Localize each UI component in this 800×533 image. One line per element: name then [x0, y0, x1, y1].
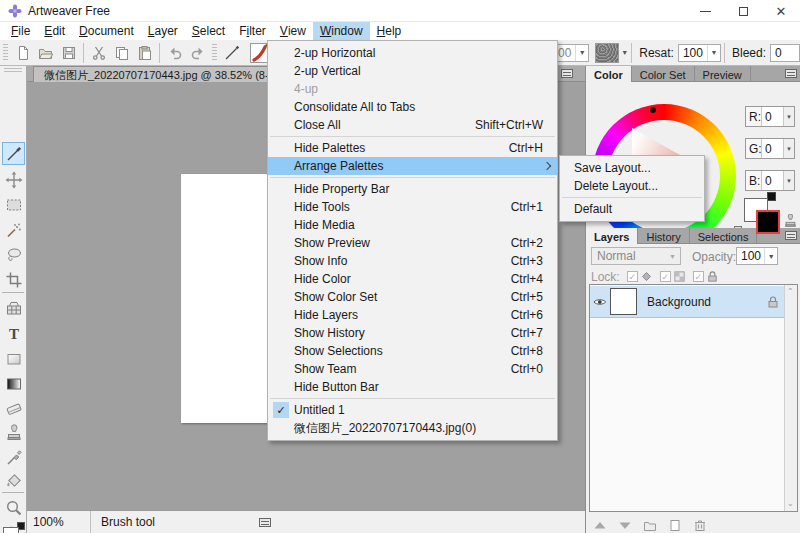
lock-transparency-checkbox[interactable]: ✓: [660, 271, 671, 282]
layers-panel-menu-icon[interactable]: [785, 231, 797, 240]
copy-button[interactable]: [110, 42, 133, 64]
lock-position-checkbox[interactable]: ✓: [627, 271, 638, 282]
rgb-value[interactable]: 0: [761, 107, 783, 126]
shape-tool[interactable]: [2, 347, 25, 370]
menu-item-show-preview[interactable]: Show PreviewCtrl+2: [268, 234, 557, 252]
bleed-input[interactable]: 0: [770, 44, 800, 62]
gradient-tool[interactable]: [2, 372, 25, 395]
color-background-swatch[interactable]: [756, 210, 780, 234]
menu-item-show-team[interactable]: Show TeamCtrl+0: [268, 360, 557, 378]
menu-item-hide-media[interactable]: Hide Media: [268, 216, 557, 234]
stamp-icon[interactable]: [783, 214, 797, 228]
resat-input[interactable]: 100 ▼: [678, 44, 721, 62]
grain-dropdown-icon[interactable]: ▼: [575, 45, 588, 61]
menu-help[interactable]: Help: [370, 22, 409, 40]
paste-button[interactable]: [133, 42, 156, 64]
menu-item-hide-property-bar[interactable]: Hide Property Bar: [268, 180, 557, 198]
open-folder-button[interactable]: [34, 42, 57, 64]
menu-item-show-color-set[interactable]: Show Color SetCtrl+5: [268, 288, 557, 306]
move-tool[interactable]: [2, 168, 25, 191]
brush-tool[interactable]: [2, 142, 25, 165]
menu-filter[interactable]: Filter: [232, 22, 273, 40]
opacity-dropdown-icon[interactable]: ▼: [764, 248, 777, 264]
stamp-tool[interactable]: [2, 421, 25, 444]
document-tab[interactable]: 微信图片_20220707170443.jpg @ 38.52% (8-bit): [33, 66, 295, 82]
toolbar-grip[interactable]: [3, 44, 8, 62]
menu-window[interactable]: Window: [313, 22, 370, 40]
resat-dropdown-icon[interactable]: ▼: [707, 45, 720, 61]
menu-item-close-all[interactable]: Close AllShift+Ctrl+W: [268, 116, 557, 134]
move-layer-down-button[interactable]: [617, 518, 633, 532]
color-background-mini-swatch[interactable]: [767, 192, 776, 201]
menu-item-hide-color[interactable]: Hide ColorCtrl+4: [268, 270, 557, 288]
new-document-button[interactable]: [11, 42, 34, 64]
menu-item-2-up-horizontal[interactable]: 2-up Horizontal: [268, 44, 557, 62]
layer-row-background[interactable]: Background: [590, 286, 784, 318]
grain-texture-dropdown-icon[interactable]: ▼: [621, 49, 628, 56]
color-tab-preview[interactable]: Preview: [695, 66, 751, 82]
marquee-tool[interactable]: [2, 193, 25, 216]
cut-button[interactable]: [87, 42, 110, 64]
toolbox-grip[interactable]: [4, 68, 22, 73]
menu-file[interactable]: File: [4, 22, 37, 40]
text-tool[interactable]: T: [2, 322, 25, 345]
save-button[interactable]: [57, 42, 80, 64]
zoom-level-box[interactable]: 100%: [27, 511, 91, 533]
menu-layer[interactable]: Layer: [141, 22, 185, 40]
foreground-color-swatch[interactable]: [3, 527, 19, 533]
color-tab-color-set[interactable]: Color Set: [632, 66, 695, 82]
magic-wand-tool[interactable]: [2, 218, 25, 241]
menu-edit[interactable]: Edit: [37, 22, 72, 40]
layer-thumbnail[interactable]: [610, 288, 637, 315]
delete-layer-button[interactable]: [692, 518, 708, 532]
menu-item-hide-button-bar[interactable]: Hide Button Bar: [268, 378, 557, 396]
mesh-tool[interactable]: [2, 297, 25, 320]
blend-mode-select[interactable]: Normal ▼: [591, 247, 681, 265]
lock-all-checkbox[interactable]: ✓: [693, 271, 704, 282]
menu-item-show-selections[interactable]: Show SelectionsCtrl+8: [268, 342, 557, 360]
crop-tool[interactable]: [2, 268, 25, 291]
rgb-dropdown-icon[interactable]: ▼: [783, 139, 794, 158]
menu-item-hide-palettes[interactable]: Hide PalettesCtrl+H: [268, 139, 557, 157]
color-tab-color[interactable]: Color: [586, 66, 632, 82]
undo-button[interactable]: [163, 42, 186, 64]
menu-item-show-info[interactable]: Show InfoCtrl+3: [268, 252, 557, 270]
scroll-up-icon[interactable]: ⌃: [787, 288, 795, 296]
line-tool-button[interactable]: [220, 42, 243, 64]
eyedropper-tool[interactable]: [2, 445, 25, 468]
layers-tab-layers[interactable]: Layers: [586, 228, 638, 244]
menu-item-delete-layout[interactable]: Delete Layout...: [560, 177, 704, 195]
hue-marker[interactable]: [650, 107, 656, 113]
maximize-button[interactable]: [724, 0, 762, 22]
eraser-tool[interactable]: [2, 397, 25, 420]
menu-item-default[interactable]: Default: [560, 200, 704, 218]
menu-item-save-layout[interactable]: Save Layout...: [560, 159, 704, 177]
paint-bucket-tool[interactable]: [2, 469, 25, 492]
menu-item-2-up-vertical[interactable]: 2-up Vertical: [268, 62, 557, 80]
scroll-down-icon[interactable]: ⌄: [787, 500, 795, 508]
rgb-dropdown-icon[interactable]: ▼: [783, 107, 794, 126]
rgb-field-r[interactable]: R:0▼: [745, 106, 795, 127]
menu-view[interactable]: View: [273, 22, 313, 40]
menu-item-consolidate-all-to-tabs[interactable]: Consolidate All to Tabs: [268, 98, 557, 116]
rgb-field-g[interactable]: G:0▼: [745, 138, 795, 159]
tabbar-menu-icon[interactable]: [561, 69, 573, 78]
menu-item-微信图片-20220707170443-jpg-0[interactable]: 微信图片_20220707170443.jpg(0): [268, 419, 557, 437]
canvas-image[interactable]: [181, 174, 273, 423]
new-group-button[interactable]: [642, 518, 658, 532]
menu-item-show-history[interactable]: Show HistoryCtrl+7: [268, 324, 557, 342]
statusbar-menu-icon[interactable]: [259, 518, 271, 527]
menu-item-hide-tools[interactable]: Hide ToolsCtrl+1: [268, 198, 557, 216]
rgb-dropdown-icon[interactable]: ▼: [783, 171, 794, 190]
layer-list-scrollbar[interactable]: ⌃ ⌄: [784, 285, 797, 511]
layers-tab-selections[interactable]: Selections: [690, 228, 758, 244]
minimize-button[interactable]: [686, 0, 724, 22]
menu-item-hide-layers[interactable]: Hide LayersCtrl+6: [268, 306, 557, 324]
layers-tab-history[interactable]: History: [638, 228, 689, 244]
toolbar-grip-mid[interactable]: [212, 44, 217, 62]
redo-button[interactable]: [186, 42, 209, 64]
menu-select[interactable]: Select: [185, 22, 232, 40]
rgb-value[interactable]: 0: [761, 171, 783, 190]
layer-visibility-toggle[interactable]: [590, 295, 610, 309]
opacity-input[interactable]: 100 ▼: [736, 247, 778, 265]
